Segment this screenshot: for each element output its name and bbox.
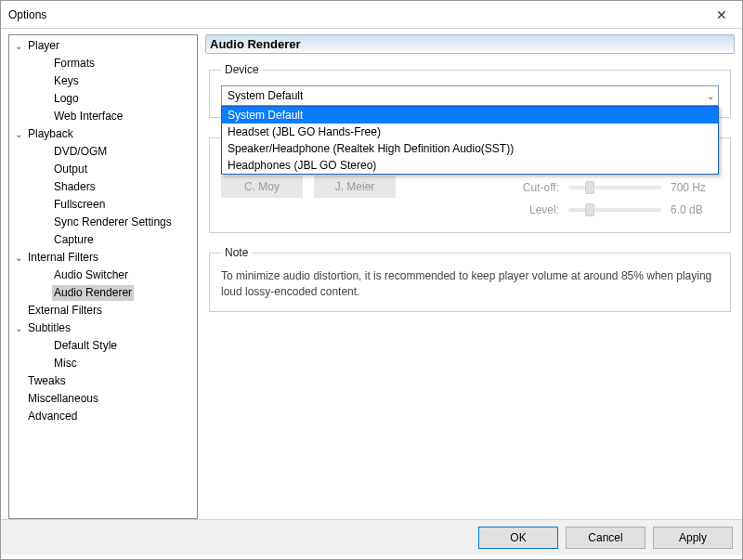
device-selected: System Default <box>228 89 303 102</box>
tree-item-misc[interactable]: Misc <box>9 355 197 372</box>
tree-item-playback[interactable]: ⌄Playback <box>9 125 197 143</box>
chevron-down-icon[interactable]: ⌄ <box>13 250 24 266</box>
tree-item-logo[interactable]: Logo <box>9 90 197 108</box>
dialog-button-bar: OK Cancel Apply <box>1 519 742 554</box>
titlebar: Options ✕ <box>1 1 742 29</box>
tree-item-default-style[interactable]: Default Style <box>9 337 197 355</box>
tree-item-label: Playback <box>26 126 75 142</box>
tree-item-advanced[interactable]: Advanced <box>9 408 197 425</box>
note-text: To minimize audio distortion, it is reco… <box>221 268 719 300</box>
tree-item-formats[interactable]: Formats <box>9 55 197 72</box>
tree-item-output[interactable]: Output <box>9 161 197 178</box>
device-dropdown[interactable]: System DefaultHeadset (JBL GO Hands-Free… <box>221 106 719 175</box>
note-legend: Note <box>221 246 252 259</box>
level-value: 6.0 dB <box>671 203 717 216</box>
tree-item-player[interactable]: ⌄Player <box>9 37 197 55</box>
device-option[interactable]: Speaker/Headphone (Realtek High Definiti… <box>222 140 718 157</box>
tree-item-tweaks[interactable]: Tweaks <box>9 372 197 390</box>
jmeier-button: J. Meier <box>314 176 396 198</box>
nav-tree[interactable]: ⌄PlayerFormatsKeysLogoWeb Interface⌄Play… <box>8 34 198 519</box>
tree-item-label: Internal Filters <box>26 250 100 266</box>
tree-item-label: Miscellaneous <box>26 391 100 407</box>
tree-item-label: DVD/OGM <box>52 144 109 160</box>
device-legend: Device <box>221 63 263 76</box>
tree-item-label: Web Interface <box>52 109 124 124</box>
level-label: Level: <box>513 203 559 216</box>
panel-title: Audio Renderer <box>205 34 735 54</box>
device-option[interactable]: Headphones (JBL GO Stereo) <box>222 157 718 174</box>
tree-item-internal-filters[interactable]: ⌄Internal Filters <box>9 249 197 267</box>
note-group: Note To minimize audio distortion, it is… <box>209 246 731 312</box>
chevron-down-icon: ⌄ <box>707 91 714 101</box>
tree-item-label: Player <box>26 38 61 54</box>
tree-item-label: Shaders <box>52 179 98 195</box>
chevron-down-icon[interactable]: ⌄ <box>13 38 24 54</box>
tree-item-capture[interactable]: Capture <box>9 231 197 249</box>
cutoff-label: Cut-off: <box>513 181 559 194</box>
tree-item-sync-renderer-settings[interactable]: Sync Renderer Settings <box>9 214 197 231</box>
close-button[interactable]: ✕ <box>700 1 742 28</box>
apply-button[interactable]: Apply <box>653 527 733 549</box>
window-title: Options <box>8 8 46 21</box>
tree-item-label: Output <box>52 162 89 177</box>
chevron-down-icon[interactable]: ⌄ <box>13 126 24 142</box>
tree-item-label: Keys <box>52 73 81 89</box>
level-slider <box>568 208 661 212</box>
tree-item-label: Fullscreen <box>52 197 107 213</box>
tree-item-external-filters[interactable]: External Filters <box>9 302 197 319</box>
tree-item-audio-switcher[interactable]: Audio Switcher <box>9 267 197 284</box>
tree-item-label: Tweaks <box>26 373 68 389</box>
tree-item-fullscreen[interactable]: Fullscreen <box>9 196 197 214</box>
tree-item-label: External Filters <box>26 303 104 319</box>
tree-item-label: Advanced <box>26 409 79 424</box>
tree-item-subtitles[interactable]: ⌄Subtitles <box>9 319 197 337</box>
settings-panel: Audio Renderer Device System Default ⌄ S… <box>205 34 735 519</box>
device-option[interactable]: Headset (JBL GO Hands-Free) <box>222 124 718 140</box>
cmoy-button: C. Moy <box>221 176 303 198</box>
tree-item-label: Default Style <box>52 338 119 354</box>
device-group: Device System Default ⌄ System DefaultHe… <box>209 63 731 118</box>
tree-item-label: Subtitles <box>26 320 72 336</box>
tree-item-dvd-ogm[interactable]: DVD/OGM <box>9 143 197 161</box>
tree-item-miscellaneous[interactable]: Miscellaneous <box>9 390 197 408</box>
tree-item-audio-renderer[interactable]: Audio Renderer <box>9 284 197 302</box>
tree-item-label: Sync Renderer Settings <box>52 215 174 230</box>
tree-item-label: Capture <box>52 232 96 248</box>
cutoff-value: 700 Hz <box>671 181 717 194</box>
tree-item-keys[interactable]: Keys <box>9 72 197 90</box>
chevron-down-icon[interactable]: ⌄ <box>13 320 24 336</box>
tree-item-label: Audio Switcher <box>52 267 130 283</box>
device-combobox[interactable]: System Default ⌄ <box>221 85 719 106</box>
cutoff-slider <box>568 186 661 189</box>
tree-item-label: Logo <box>52 91 81 107</box>
tree-item-label: Audio Renderer <box>52 285 134 301</box>
ok-button[interactable]: OK <box>478 527 558 549</box>
tree-item-label: Misc <box>52 356 79 371</box>
tree-item-web-interface[interactable]: Web Interface <box>9 108 197 125</box>
cancel-button[interactable]: Cancel <box>566 527 645 549</box>
tree-item-label: Formats <box>52 56 97 72</box>
tree-item-shaders[interactable]: Shaders <box>9 178 197 196</box>
close-icon: ✕ <box>716 7 727 22</box>
device-option[interactable]: System Default <box>222 107 718 124</box>
